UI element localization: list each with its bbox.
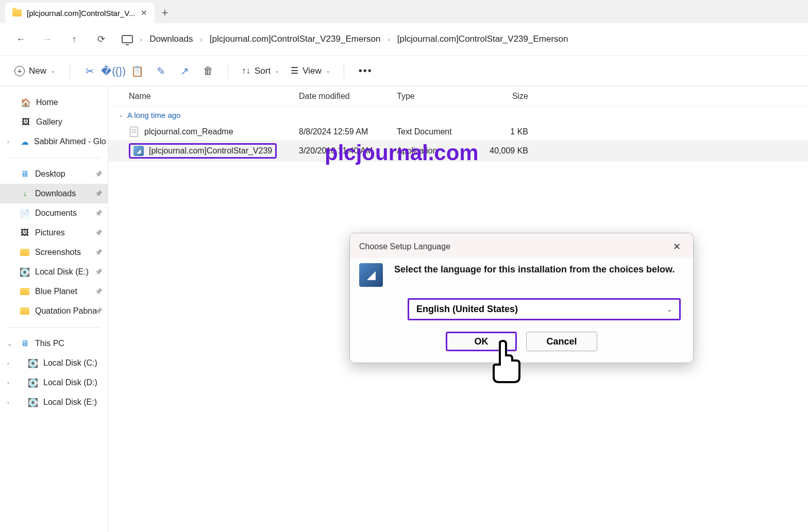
share-button[interactable]: ↗	[173, 60, 196, 82]
sidebar-item-quatation[interactable]: Quatation Pabna	[0, 301, 108, 321]
sort-button[interactable]: ↑↓ Sort ⌄	[237, 63, 284, 79]
sidebar-item-label: Local Disk (C:)	[43, 358, 97, 368]
disk-icon: 💽	[28, 358, 38, 368]
chevron-right-icon[interactable]: ›	[7, 399, 9, 405]
sidebar-item-label: Desktop	[35, 169, 65, 179]
sidebar-item-label: Sabbir Ahmed - Glo	[34, 137, 106, 146]
sidebar-item-label: Gallery	[36, 117, 62, 127]
cancel-button[interactable]: Cancel	[526, 332, 597, 351]
breadcrumb: › Downloads › [plcjournal.com]ControlSta…	[122, 34, 568, 44]
sidebar-item-label: Documents	[35, 209, 77, 218]
close-button[interactable]: ✕	[669, 239, 684, 254]
sort-label: Sort	[255, 66, 271, 76]
breadcrumb-item[interactable]: [plcjournal.com]ControlStar_V239_Emerson	[210, 34, 381, 44]
divider	[7, 327, 100, 328]
new-button[interactable]: + New ⌄	[8, 63, 61, 79]
rename-button[interactable]: ✎	[149, 60, 172, 82]
language-dropdown[interactable]: English (United States) ⌄	[408, 298, 681, 320]
breadcrumb-item[interactable]: Downloads	[149, 34, 193, 44]
divider	[228, 63, 228, 79]
sidebar-item-label: Downloads	[35, 189, 76, 198]
navigation-bar: ← → ↑ ⟳ › Downloads › [plcjournal.com]Co…	[0, 23, 808, 56]
sidebar: 🏠Home 🖼Gallery ›☁Sabbir Ahmed - Glo 🖥Des…	[0, 87, 108, 532]
pictures-icon: 🖼	[20, 228, 30, 238]
this-pc-icon[interactable]	[122, 35, 133, 43]
ok-button[interactable]: OK	[446, 332, 517, 351]
sidebar-item-drive-c[interactable]: ›💽Local Disk (C:)	[0, 353, 108, 373]
file-row-controlstar[interactable]: ◢ [plcjournal.com]ControlStar_V239 3/20/…	[108, 140, 808, 162]
sidebar-item-label: Blue Planet	[35, 287, 77, 296]
delete-button[interactable]: 🗑	[197, 60, 220, 82]
window-tab[interactable]: [plcjournal.com]ControlStar_V... ✕	[5, 3, 155, 23]
copy-button[interactable]: �({})	[102, 60, 125, 82]
column-date[interactable]: Date modified	[299, 92, 397, 101]
sort-icon: ↑↓	[242, 66, 250, 76]
tab-title: [plcjournal.com]ControlStar_V...	[27, 9, 135, 18]
file-size: 1 KB	[477, 127, 528, 136]
view-label: View	[302, 66, 322, 76]
chevron-down-icon: ⌄	[667, 306, 672, 313]
chevron-down-icon: ⌄	[50, 67, 55, 74]
folder-icon	[20, 247, 30, 258]
chevron-down-icon[interactable]: ⌄	[7, 340, 12, 347]
disk-icon: 💽	[28, 377, 38, 388]
forward-button[interactable]: →	[36, 28, 59, 50]
column-type[interactable]: Type	[397, 92, 477, 101]
dialog-title: Choose Setup Language	[359, 242, 450, 251]
chevron-down-icon: ⌄	[275, 67, 279, 74]
cut-button[interactable]: ✂	[78, 60, 101, 82]
home-icon: 🏠	[21, 97, 31, 108]
paste-button[interactable]: 📋	[126, 60, 148, 82]
setup-language-dialog: Choose Setup Language ✕ ◢ Select the lan…	[349, 233, 694, 363]
sidebar-item-this-pc[interactable]: ⌄🖥This PC	[0, 334, 108, 353]
breadcrumb-item[interactable]: [plcjournal.com]ControlStar_V239_Emerson	[397, 34, 568, 44]
sidebar-item-home[interactable]: 🏠Home	[0, 93, 108, 112]
chevron-right-icon: ›	[388, 36, 390, 43]
column-name[interactable]: Name	[129, 92, 299, 101]
chevron-right-icon[interactable]: ›	[7, 380, 9, 386]
file-name: [plcjournal.com]ControlStar_V239	[149, 146, 272, 156]
up-button[interactable]: ↑	[63, 28, 86, 50]
column-size[interactable]: Size	[477, 92, 528, 101]
refresh-button[interactable]: ⟳	[90, 28, 112, 50]
chevron-right-icon[interactable]: ›	[7, 139, 9, 145]
sidebar-item-label: This PC	[35, 339, 64, 348]
sidebar-item-gallery[interactable]: 🖼Gallery	[0, 112, 108, 132]
this-pc-icon: 🖥	[20, 338, 30, 349]
sidebar-item-local-disk-e[interactable]: 💽Local Disk (E:)	[0, 262, 108, 282]
sidebar-item-label: Quatation Pabna	[35, 306, 97, 316]
sidebar-item-downloads[interactable]: ↓Downloads	[0, 184, 108, 203]
view-button[interactable]: ☰ View ⌄	[285, 62, 335, 79]
highlighted-file: ◢ [plcjournal.com]ControlStar_V239	[129, 143, 277, 159]
sidebar-item-documents[interactable]: 📄Documents	[0, 203, 108, 223]
sidebar-item-pictures[interactable]: 🖼Pictures	[0, 223, 108, 243]
sidebar-item-drive-d[interactable]: ›💽Local Disk (D:)	[0, 373, 108, 392]
chevron-down-icon: ⌄	[119, 112, 123, 118]
sidebar-item-screenshots[interactable]: Screenshots	[0, 243, 108, 262]
sidebar-item-blue-planet[interactable]: Blue Planet	[0, 282, 108, 301]
new-tab-button[interactable]: +	[155, 3, 175, 23]
disk-icon: 💽	[20, 267, 30, 277]
sidebar-item-onedrive[interactable]: ›☁Sabbir Ahmed - Glo	[0, 132, 108, 151]
file-date: 8/8/2024 12:59 AM	[299, 127, 397, 136]
file-type: Application	[397, 146, 477, 156]
selected-language: English (United States)	[416, 304, 518, 315]
file-row-readme[interactable]: plcjournal.com_Readme 8/8/2024 12:59 AM …	[108, 124, 808, 140]
sidebar-item-label: Screenshots	[35, 248, 81, 257]
sidebar-item-label: Pictures	[35, 228, 65, 237]
close-icon[interactable]: ✕	[141, 8, 147, 18]
sidebar-item-desktop[interactable]: 🖥Desktop	[0, 164, 108, 184]
onedrive-icon: ☁	[21, 136, 29, 147]
chevron-down-icon: ⌄	[326, 67, 330, 74]
sidebar-item-drive-e[interactable]: ›💽Local Disk (E:)	[0, 392, 108, 412]
application-icon: ◢	[133, 146, 144, 156]
disk-icon: 💽	[28, 397, 38, 407]
new-label: New	[29, 66, 46, 76]
more-button[interactable]: •••	[352, 62, 379, 80]
chevron-right-icon[interactable]: ›	[7, 360, 9, 366]
group-header[interactable]: ⌄ A long time ago	[108, 107, 808, 124]
file-size: 40,009 KB	[477, 146, 528, 156]
back-button[interactable]: ←	[9, 28, 32, 50]
text-file-icon	[129, 127, 139, 137]
cancel-label: Cancel	[546, 336, 577, 347]
